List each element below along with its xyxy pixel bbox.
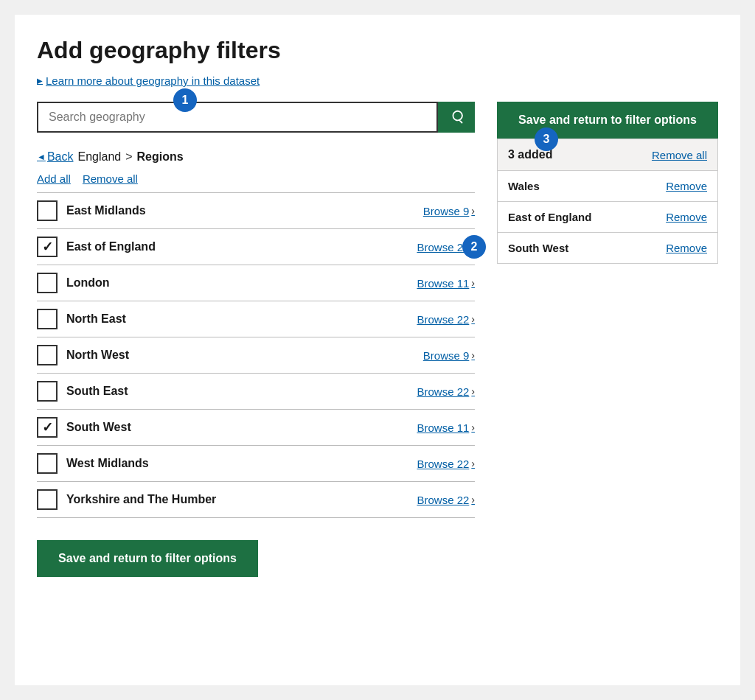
left-panel: 1 ◄ Back England > Regions [37, 102, 475, 577]
region-checkbox-south-east[interactable] [37, 381, 58, 402]
remove-item-link[interactable]: Remove [666, 180, 707, 192]
chevron-right-icon: › [471, 205, 475, 217]
region-checkbox-north-west[interactable] [37, 345, 58, 365]
add-remove-row: Add all Remove all [37, 172, 475, 185]
chevron-right-icon: › [471, 349, 475, 361]
back-link[interactable]: ◄ Back [37, 150, 73, 164]
region-item: LondonBrowse 11 › [37, 265, 475, 301]
region-item: Yorkshire and The HumberBrowse 22 › [37, 482, 475, 518]
search-input[interactable] [37, 102, 438, 133]
learn-more-link[interactable]: Learn more about geography in this datas… [37, 74, 260, 87]
chevron-right-icon: › [471, 458, 475, 469]
region-checkbox-yorkshire-and-the-humber[interactable] [37, 489, 58, 510]
chevron-right-icon: › [471, 421, 475, 433]
region-list: East MidlandsBrowse 9 ›East of EnglandBr… [37, 192, 475, 518]
chevron-right-icon: › [471, 494, 475, 505]
added-header: 3 3 added Remove all [498, 139, 717, 170]
bottom-save-button[interactable]: Save and return to filter options [37, 540, 258, 577]
browse-link[interactable]: Browse 22 › [417, 458, 475, 470]
region-checkbox-south-west[interactable] [37, 417, 58, 438]
browse-link[interactable]: Browse 22 › [417, 385, 475, 398]
page-title: Add geography filters [37, 37, 718, 64]
page-container: Add geography filters Learn more about g… [15, 15, 740, 685]
region-name: South West [66, 421, 408, 434]
chevron-right-icon: › [471, 277, 475, 289]
chevron-right-icon: › [471, 313, 475, 325]
browse-link[interactable]: Browse 11 › [417, 421, 475, 434]
browse-link[interactable]: Browse 9 › [423, 205, 475, 217]
region-checkbox-west-midlands[interactable] [37, 453, 58, 474]
remove-all-added-link[interactable]: Remove all [652, 149, 707, 161]
region-item: East MidlandsBrowse 9 › [37, 193, 475, 229]
region-item: South WestBrowse 11 › [37, 410, 475, 446]
search-container: 1 [37, 102, 475, 133]
region-checkbox-east-of-england[interactable] [37, 237, 58, 257]
region-checkbox-north-east[interactable] [37, 309, 58, 329]
region-name: West Midlands [66, 457, 408, 470]
search-icon [449, 110, 464, 125]
top-save-button[interactable]: Save and return to filter options [497, 102, 718, 139]
added-item-name: East of England [508, 211, 591, 223]
remove-all-list-link[interactable]: Remove all [83, 172, 138, 185]
right-panel: Save and return to filter options 3 3 ad… [497, 102, 718, 264]
added-panel: 3 3 added Remove all WalesRemoveEast of … [497, 139, 718, 264]
breadcrumb: ◄ Back England > Regions [37, 150, 475, 164]
added-item: East of EnglandRemove [498, 201, 717, 232]
step-badge-2: 2 [462, 235, 486, 259]
added-item: South WestRemove [498, 232, 717, 263]
step-badge-3: 3 [535, 127, 558, 151]
browse-link[interactable]: Browse 9 › [423, 349, 475, 362]
step-badge-1: 1 [173, 88, 197, 112]
browse-link[interactable]: Browse 22 › [417, 313, 475, 326]
region-name: North East [66, 312, 408, 326]
search-button[interactable] [438, 102, 475, 133]
region-name: East Midlands [66, 204, 414, 217]
add-all-link[interactable]: Add all [37, 172, 71, 185]
added-items-container: WalesRemoveEast of EnglandRemoveSouth We… [498, 170, 717, 263]
browse-link[interactable]: Browse 11 › [417, 277, 475, 290]
breadcrumb-parent: England [77, 150, 121, 164]
back-arrow-icon: ◄ [37, 152, 46, 162]
region-checkbox-london[interactable] [37, 273, 58, 293]
added-item: WalesRemove [498, 170, 717, 201]
chevron-right-icon: › [471, 385, 475, 397]
added-item-name: Wales [508, 180, 540, 192]
region-name: North West [66, 349, 414, 362]
region-item: West MidlandsBrowse 22 › [37, 446, 475, 482]
added-item-name: South West [508, 242, 568, 254]
breadcrumb-current: Regions [137, 150, 184, 164]
main-layout: 1 ◄ Back England > Regions [37, 102, 718, 577]
remove-item-link[interactable]: Remove [666, 211, 707, 223]
remove-item-link[interactable]: Remove [666, 242, 707, 254]
region-item: East of EnglandBrowse 22 ›2 [37, 229, 475, 265]
region-name: London [66, 276, 408, 290]
region-checkbox-east-midlands[interactable] [37, 200, 58, 221]
region-name: South East [66, 385, 408, 398]
region-item: North WestBrowse 9 › [37, 337, 475, 374]
region-item: North EastBrowse 22 › [37, 301, 475, 337]
region-name: Yorkshire and The Humber [66, 493, 408, 506]
region-item: South EastBrowse 22 › [37, 374, 475, 410]
region-name: East of England [66, 240, 408, 253]
breadcrumb-separator: > [125, 150, 132, 164]
browse-link[interactable]: Browse 22 › [417, 494, 475, 506]
